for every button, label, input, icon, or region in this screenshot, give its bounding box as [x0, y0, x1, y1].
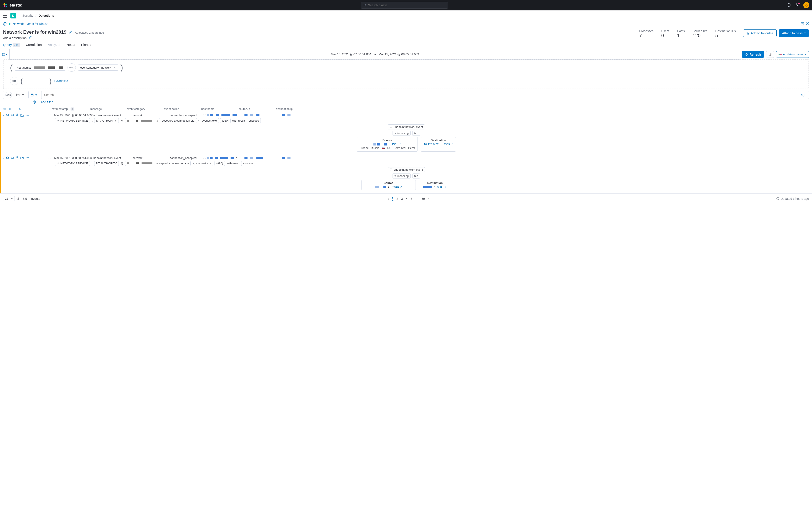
filter-icon[interactable]	[32, 100, 36, 104]
tab-pinned[interactable]: Pinned	[81, 43, 91, 49]
expand-row-icon[interactable]: ›	[3, 113, 4, 117]
open-in-new-button[interactable]	[766, 51, 774, 58]
pill-user[interactable]: NETWORK SERVICE	[55, 161, 90, 166]
more-icon[interactable]: •••	[26, 113, 30, 117]
data-sources-button[interactable]: All data sources	[776, 51, 809, 58]
pin-icon[interactable]	[16, 156, 18, 160]
folder-icon[interactable]	[20, 114, 24, 117]
tab-notes[interactable]: Notes	[67, 43, 75, 49]
saved-query-button[interactable]	[28, 91, 39, 99]
svg-rect-27	[31, 94, 33, 95]
page-1[interactable]: 1	[392, 197, 393, 201]
page-4[interactable]: 4	[406, 197, 408, 200]
cube-icon[interactable]	[6, 156, 9, 159]
global-search-input[interactable]	[368, 3, 446, 7]
next-page[interactable]: ›	[428, 197, 429, 200]
kql-toggle[interactable]: KQL	[800, 94, 806, 97]
popout-icon[interactable]: ↗	[451, 143, 453, 146]
query-pill-host[interactable]: host.name: "	[15, 65, 66, 71]
pill-event-message[interactable]: Endpoint network event	[388, 167, 425, 172]
global-search[interactable]	[361, 2, 448, 9]
cube-icon[interactable]	[6, 114, 9, 117]
page-2[interactable]: 2	[396, 197, 398, 200]
pill-domain[interactable]: NT AUTHORITY	[94, 118, 119, 123]
description-row[interactable]: Add a description	[3, 36, 104, 40]
note-icon[interactable]	[11, 157, 14, 159]
page-size-select[interactable]: 25	[3, 196, 15, 201]
expand-icon[interactable]	[801, 22, 804, 26]
col-message[interactable]: message	[90, 107, 124, 111]
prev-page[interactable]: ‹	[388, 197, 389, 200]
col-source-ip[interactable]: source.ip	[238, 107, 273, 111]
pill-process[interactable]: >_svchost.exe	[196, 118, 219, 123]
pin-icon[interactable]	[16, 114, 18, 117]
space-badge[interactable]: D	[11, 13, 16, 18]
page-3[interactable]: 3	[401, 197, 403, 200]
popout-icon[interactable]: ↗	[399, 143, 401, 146]
stat-users: Users0	[661, 29, 669, 39]
attach-to-case-button[interactable]: Attach to case	[779, 29, 809, 37]
pill-direction[interactable]: incoming	[393, 173, 410, 178]
col-destination-ip[interactable]: destination.ip	[276, 107, 308, 111]
date-picker-button[interactable]	[0, 49, 10, 59]
add-icon[interactable]	[3, 22, 6, 26]
col-event-category[interactable]: event.category	[127, 107, 161, 111]
sort-icon[interactable]	[19, 107, 22, 111]
pill-pid[interactable]: (980)	[220, 118, 231, 123]
more-icon[interactable]: •••	[26, 156, 30, 160]
tab-correlation[interactable]: Correlation	[26, 43, 42, 49]
page-last[interactable]: 30	[421, 197, 425, 200]
expand-row-icon[interactable]: ›	[3, 156, 4, 160]
nav-toggle-icon[interactable]	[3, 14, 8, 18]
timeline-link[interactable]: Network Events for win2019	[13, 22, 50, 26]
grip-icon[interactable]: ⋮⋮	[47, 157, 52, 159]
query-builder-dropzone[interactable]: ( host.name: " AND event.category: "netw…	[3, 59, 809, 89]
note-icon[interactable]	[11, 114, 14, 117]
newsfeed-icon[interactable]	[795, 3, 799, 8]
popout-icon[interactable]: ↗	[400, 186, 402, 188]
add-to-favorites-button[interactable]: Add to favorites	[743, 29, 777, 37]
page-5[interactable]: 5	[410, 197, 412, 200]
filter-and-button[interactable]: AND Filter	[3, 91, 26, 99]
col-event-action[interactable]: event.action	[164, 107, 199, 111]
pill-pid[interactable]: (980)	[215, 161, 225, 166]
pill-process[interactable]: >_svchost.exe	[190, 161, 213, 166]
pill-protocol[interactable]: tcp	[412, 131, 420, 136]
close-icon[interactable]	[806, 22, 809, 25]
refresh-button[interactable]: Refresh	[742, 51, 764, 58]
date-range[interactable]: Mar 15, 2021 @ 07:56:51.054 → Mar 15, 20…	[10, 49, 740, 59]
edit-description-icon[interactable]	[29, 36, 32, 39]
search-input[interactable]	[44, 93, 800, 97]
pill-result[interactable]: success	[241, 161, 255, 166]
table-footer: 25 of 735 events ‹ 1 2 3 4 5 … 30 › Upda…	[0, 193, 812, 203]
op-and[interactable]: AND	[68, 63, 76, 72]
tab-query[interactable]: Query735	[3, 43, 20, 49]
pill-protocol[interactable]: tcp	[412, 173, 420, 178]
integrations-icon[interactable]	[787, 3, 791, 8]
add-field-link[interactable]: + Add field	[54, 79, 68, 83]
pill-user[interactable]: NETWORK SERVICE	[55, 118, 90, 123]
breadcrumb-parent[interactable]: Security	[23, 14, 33, 17]
pill-host-redacted[interactable]: ɔ	[125, 118, 160, 123]
logo[interactable]: elastic	[3, 3, 22, 8]
col-timestamp[interactable]: @timestamp ↓ 1	[52, 107, 88, 111]
fullscreen-icon[interactable]	[13, 107, 16, 111]
pill-direction[interactable]: incoming	[393, 131, 410, 136]
popout-icon[interactable]: ↗	[445, 186, 447, 188]
pill-result[interactable]: success	[247, 118, 261, 123]
add-filter-link[interactable]: + Add filter	[38, 100, 53, 104]
user-avatar[interactable]	[803, 2, 809, 8]
gear-icon[interactable]	[8, 107, 11, 111]
grip-icon[interactable]: ⋮⋮	[47, 114, 52, 117]
query-pill-event-category[interactable]: event.category: "network" ✕	[78, 64, 118, 71]
folder-icon[interactable]	[20, 157, 24, 159]
remove-pill-icon[interactable]: ✕	[114, 66, 116, 69]
pill-event-message[interactable]: Endpoint network event	[388, 125, 425, 129]
pill-domain[interactable]: NT AUTHORITY	[94, 161, 119, 166]
col-host-name[interactable]: host.name	[201, 107, 236, 111]
chevron-down-icon	[6, 54, 8, 55]
op-or[interactable]: OR	[10, 77, 18, 85]
list-icon[interactable]	[3, 107, 6, 111]
pill-host-redacted[interactable]	[125, 161, 154, 166]
edit-title-icon[interactable]	[69, 30, 72, 34]
